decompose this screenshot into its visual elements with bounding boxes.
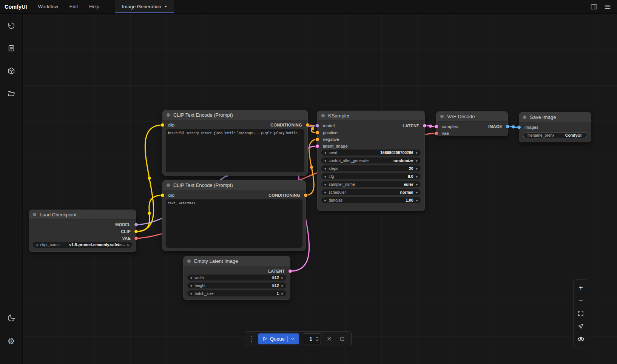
menu-workflow[interactable]: Workflow [32, 0, 64, 13]
widget-control_after_generate[interactable]: ◀control_after_generaterandomize▶ [321, 157, 421, 163]
widget-width[interactable]: ◀width512▶ [187, 275, 286, 281]
input-slot-negative[interactable] [316, 138, 319, 141]
zoom-out-button[interactable]: − [574, 294, 587, 307]
collapse-dot[interactable] [33, 213, 36, 216]
decrement-arrow-icon[interactable]: ◀ [190, 284, 192, 287]
output-slot-LATENT[interactable] [423, 124, 426, 128]
widget-ckpt_name[interactable]: ◀ckpt_namev1-5-pruned-emaonly.safete...▶ [33, 242, 132, 248]
collapse-dot[interactable] [321, 114, 325, 117]
node-title-bar[interactable]: CLIP Text Encode (Prompt) [163, 110, 307, 120]
input-slot-images[interactable] [517, 126, 521, 129]
drag-handle-icon[interactable]: ⋮ [248, 336, 255, 342]
batch-count-spinner[interactable]: 1 [303, 333, 321, 344]
node-title-bar[interactable]: Save Image [519, 113, 591, 122]
select-mode-button[interactable] [574, 320, 587, 333]
output-slot-VAE[interactable] [134, 237, 138, 240]
increment-arrow-icon[interactable]: ▶ [416, 159, 418, 162]
theme-toggle-button[interactable] [4, 310, 19, 325]
decrement-arrow-icon[interactable]: ◀ [35, 244, 37, 246]
output-slot-MODEL[interactable] [134, 223, 138, 227]
decrement-arrow-icon[interactable]: ◀ [324, 151, 326, 154]
collapse-dot[interactable] [187, 259, 191, 263]
increment-arrow-icon[interactable]: ▶ [128, 244, 130, 246]
node-vae-decode[interactable]: VAE DecodesamplesIMAGEvae [436, 111, 508, 136]
zoom-in-button[interactable]: + [574, 281, 587, 294]
widget-cfg[interactable]: ◀cfg8.0▶ [321, 173, 421, 179]
increment-arrow-icon[interactable]: ▶ [416, 167, 418, 170]
decrement-arrow-icon[interactable]: ◀ [324, 191, 326, 194]
input-slot-model[interactable] [316, 124, 319, 128]
widget-sampler_name[interactable]: ◀sampler_nameeuler▶ [321, 181, 421, 187]
widget-seed[interactable]: ◀seed156680208700286▶ [321, 150, 421, 156]
collapse-dot[interactable] [440, 115, 444, 118]
node-empty-latent-image[interactable]: Empty Latent ImageLATENT◀width512▶◀heigh… [183, 256, 290, 300]
output-slot-LATENT[interactable] [288, 270, 292, 273]
spinner-up-icon[interactable] [315, 336, 319, 339]
input-slot-clip[interactable] [161, 194, 164, 197]
widget-height[interactable]: ◀height512▶ [187, 282, 286, 288]
node-title-bar[interactable]: Empty Latent Image [184, 256, 290, 266]
node-clip-text-encode-negative[interactable]: CLIP Text Encode (Prompt)clipCONDITIONIN… [162, 180, 306, 251]
input-slot-positive[interactable] [316, 131, 319, 134]
output-slot-CLIP[interactable] [134, 230, 138, 233]
decrement-arrow-icon[interactable]: ◀ [324, 183, 326, 186]
stop-button[interactable] [338, 334, 347, 343]
node-title-bar[interactable]: CLIP Text Encode (Prompt) [163, 180, 305, 190]
node-title-bar[interactable]: KSampler [318, 111, 424, 121]
main-menu-button[interactable] [602, 2, 613, 12]
node-load-checkpoint[interactable]: Load CheckpointMODELCLIPVAE◀ckpt_namev1-… [29, 210, 136, 252]
input-slot-vae[interactable] [435, 132, 438, 135]
menu-help[interactable]: Help [83, 0, 105, 13]
prompt-textarea[interactable]: text, watermark [166, 199, 302, 248]
widget-filename_prefix[interactable]: filename_prefixComfyUI [523, 132, 587, 138]
decrement-arrow-icon[interactable]: ◀ [324, 199, 326, 202]
widget-scheduler[interactable]: ◀schedulernormal▶ [321, 189, 421, 195]
widget-value: euler [404, 182, 413, 187]
menu-edit[interactable]: Edit [64, 0, 83, 13]
sidebar-item-history[interactable] [4, 18, 19, 33]
collapse-dot[interactable] [523, 116, 526, 119]
output-slot-IMAGE[interactable] [506, 125, 509, 128]
decrement-arrow-icon[interactable]: ◀ [324, 159, 326, 162]
sidebar-item-queue[interactable] [4, 41, 19, 56]
increment-arrow-icon[interactable]: ▶ [416, 183, 418, 186]
increment-arrow-icon[interactable]: ▶ [282, 292, 284, 295]
decrement-arrow-icon[interactable]: ◀ [324, 167, 326, 170]
node-ksampler[interactable]: KSamplermodelLATENTpositivenegativelaten… [317, 111, 425, 211]
widget-batch_size[interactable]: ◀batch_size1▶ [187, 290, 286, 296]
decrement-arrow-icon[interactable]: ◀ [324, 175, 326, 178]
increment-arrow-icon[interactable]: ▶ [416, 151, 418, 154]
increment-arrow-icon[interactable]: ▶ [416, 191, 418, 194]
input-slot-samples[interactable] [435, 125, 438, 128]
queue-button[interactable]: Queue [258, 333, 299, 344]
node-clip-text-encode-positive[interactable]: CLIP Text Encode (Prompt)clipCONDITIONIN… [162, 110, 308, 176]
toggle-panel-button[interactable] [588, 2, 600, 12]
input-slot-clip[interactable] [161, 123, 164, 127]
tab-image-generation[interactable]: Image Generation ● [115, 0, 174, 13]
increment-arrow-icon[interactable]: ▶ [416, 199, 418, 202]
prompt-textarea[interactable]: beautiful scenery nature glass bottle la… [166, 129, 304, 172]
collapse-dot[interactable] [167, 113, 170, 117]
node-title-bar[interactable]: Load Checkpoint [29, 210, 136, 220]
decrement-arrow-icon[interactable]: ◀ [190, 292, 192, 295]
increment-arrow-icon[interactable]: ▶ [416, 175, 418, 178]
output-slot-CONDITIONING[interactable] [304, 194, 307, 197]
output-slot-CONDITIONING[interactable] [306, 123, 309, 127]
cancel-run-button[interactable] [325, 334, 334, 343]
node-title-bar[interactable]: VAE Decode [437, 112, 507, 122]
widget-steps[interactable]: ◀steps20▶ [321, 165, 421, 171]
input-slot-latent_image[interactable] [316, 145, 319, 148]
increment-arrow-icon[interactable]: ▶ [282, 284, 284, 287]
settings-button[interactable]: ⚙ [4, 334, 19, 349]
sidebar-item-workflows[interactable] [4, 86, 19, 101]
toggle-visibility-button[interactable] [574, 333, 587, 345]
fit-view-button[interactable] [574, 307, 587, 320]
node-save-image[interactable]: Save Imageimagesfilename_prefixComfyUI [519, 112, 591, 142]
sidebar-item-model-library[interactable] [4, 63, 19, 79]
decrement-arrow-icon[interactable]: ◀ [190, 276, 192, 279]
chevron-down-icon[interactable] [290, 336, 295, 341]
spinner-down-icon[interactable] [315, 339, 319, 342]
collapse-dot[interactable] [167, 184, 170, 187]
increment-arrow-icon[interactable]: ▶ [282, 276, 284, 279]
widget-denoise[interactable]: ◀denoise1.00▶ [321, 197, 421, 203]
